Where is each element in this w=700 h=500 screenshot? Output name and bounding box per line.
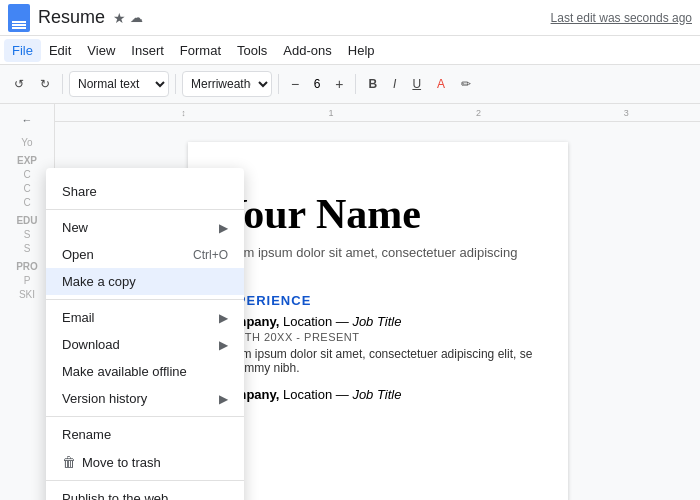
doc-company2: Company, Location — Job Title — [218, 387, 538, 402]
bold-button[interactable]: B — [362, 73, 383, 95]
top-bar: Resume ★ ☁ Last edit was seconds ago — [0, 0, 700, 36]
trash-icon: 🗑 — [62, 454, 76, 470]
dropdown-item-download[interactable]: Download ▶ — [46, 331, 244, 358]
cloud-icon[interactable]: ☁ — [130, 10, 143, 25]
publish-label: Publish to the web — [62, 491, 168, 500]
underline-button[interactable]: U — [406, 73, 427, 95]
ruler-mark-3: 3 — [624, 108, 629, 118]
font-size-increase[interactable]: + — [329, 72, 349, 96]
dropdown-item-publish[interactable]: Publish to the web — [46, 485, 244, 500]
new-arrow-icon: ▶ — [219, 221, 228, 235]
new-label: New — [62, 220, 88, 235]
doc-jobtitle2: Job Title — [352, 387, 401, 402]
highlight-button[interactable]: ✏ — [455, 73, 477, 95]
offline-label: Make available offline — [62, 364, 187, 379]
rename-label: Rename — [62, 427, 111, 442]
dropdown-item-offline[interactable]: Make available offline — [46, 358, 244, 385]
font-color-button[interactable]: A — [431, 73, 451, 95]
redo-button[interactable]: ↻ — [34, 73, 56, 95]
dropdown-item-makecopy[interactable]: Make a copy — [46, 268, 244, 295]
dropdown-item-new[interactable]: New ▶ — [46, 214, 244, 241]
doc-subtitle: Lorem ipsum dolor sit amet, consectetuer… — [218, 245, 538, 275]
last-edit-text: Last edit was seconds ago — [551, 11, 692, 25]
font-size-decrease[interactable]: − — [285, 72, 305, 96]
ruler: ↕ 1 2 3 — [55, 104, 700, 122]
doc-body1: Lorem ipsum dolor sit amet, consectetuer… — [218, 347, 538, 375]
toolbar: ↺ ↻ Normal text Merriweather... − 6 + B … — [0, 64, 700, 104]
doc-company1: Company, Location — Job Title — [218, 314, 538, 329]
dropdown-section-publish: Publish to the web — [46, 481, 244, 500]
menu-insert[interactable]: Insert — [123, 39, 172, 62]
sidebar-content: Yo EXP C C C EDU S S PRO P SKI — [4, 136, 50, 302]
font-size-value: 6 — [309, 77, 325, 91]
download-label: Download — [62, 337, 120, 352]
main-area: ← Yo EXP C C C EDU S S PRO P SKI ↕ 1 2 3 — [0, 104, 700, 500]
style-select[interactable]: Normal text — [69, 71, 169, 97]
sidebar-back[interactable]: ← — [4, 112, 50, 128]
doc-location1: Location — — [283, 314, 352, 329]
menu-edit[interactable]: Edit — [41, 39, 79, 62]
font-select[interactable]: Merriweather... — [182, 71, 272, 97]
menu-view[interactable]: View — [79, 39, 123, 62]
makecopy-label: Make a copy — [62, 274, 136, 289]
menu-tools[interactable]: Tools — [229, 39, 275, 62]
email-label: Email — [62, 310, 95, 325]
docs-icon — [8, 4, 30, 32]
share-label: Share — [62, 184, 97, 199]
italic-button[interactable]: I — [387, 73, 402, 95]
trash-label: Move to trash — [82, 455, 161, 470]
email-arrow-icon: ▶ — [219, 311, 228, 325]
ruler-mark-1: 1 — [328, 108, 333, 118]
dropdown-item-trash[interactable]: 🗑 Move to trash — [46, 448, 244, 476]
undo-button[interactable]: ↺ — [8, 73, 30, 95]
toolbar-divider-1 — [62, 74, 63, 94]
dropdown-section-rename: Rename 🗑 Move to trash — [46, 417, 244, 481]
dropdown-section-email: Email ▶ Download ▶ Make available offlin… — [46, 300, 244, 417]
menu-help[interactable]: Help — [340, 39, 383, 62]
toolbar-divider-2 — [175, 74, 176, 94]
doc-title: Resume — [38, 7, 105, 28]
dropdown-item-version[interactable]: Version history ▶ — [46, 385, 244, 412]
menu-addons[interactable]: Add-ons — [275, 39, 339, 62]
open-shortcut: Ctrl+O — [193, 248, 228, 262]
doc-location2: Location — — [283, 387, 352, 402]
doc-cursor-line: | — [218, 172, 538, 187]
doc-page: | Your Name Lorem ipsum dolor sit amet, … — [188, 142, 568, 500]
dropdown-section-new: New ▶ Open Ctrl+O Make a copy — [46, 210, 244, 300]
doc-date1: MONTH 20XX - PRESENT — [218, 331, 538, 343]
dropdown-item-share[interactable]: Share — [46, 178, 244, 205]
dropdown-section-share: Share — [46, 174, 244, 210]
toolbar-divider-4 — [355, 74, 356, 94]
menu-file[interactable]: File — [4, 39, 41, 62]
dropdown-item-rename[interactable]: Rename — [46, 421, 244, 448]
menu-format[interactable]: Format — [172, 39, 229, 62]
ruler-marks: ↕ 1 2 3 — [110, 108, 700, 118]
version-label: Version history — [62, 391, 147, 406]
doc-jobtitle1: Job Title — [352, 314, 401, 329]
menu-bar: File Edit View Insert Format Tools Add-o… — [0, 36, 700, 64]
ruler-mark-2: 2 — [476, 108, 481, 118]
download-arrow-icon: ▶ — [219, 338, 228, 352]
toolbar-divider-3 — [278, 74, 279, 94]
dropdown-item-open[interactable]: Open Ctrl+O — [46, 241, 244, 268]
doc-section1: EXPERIENCE — [218, 293, 538, 308]
star-icon[interactable]: ★ — [113, 10, 126, 26]
open-label: Open — [62, 247, 94, 262]
ruler-mark-0: ↕ — [181, 108, 186, 118]
doc-name: Your Name — [218, 191, 538, 237]
dropdown-item-email[interactable]: Email ▶ — [46, 304, 244, 331]
version-arrow-icon: ▶ — [219, 392, 228, 406]
file-dropdown-menu: Share New ▶ Open Ctrl+O Make a copy Emai… — [46, 168, 244, 500]
